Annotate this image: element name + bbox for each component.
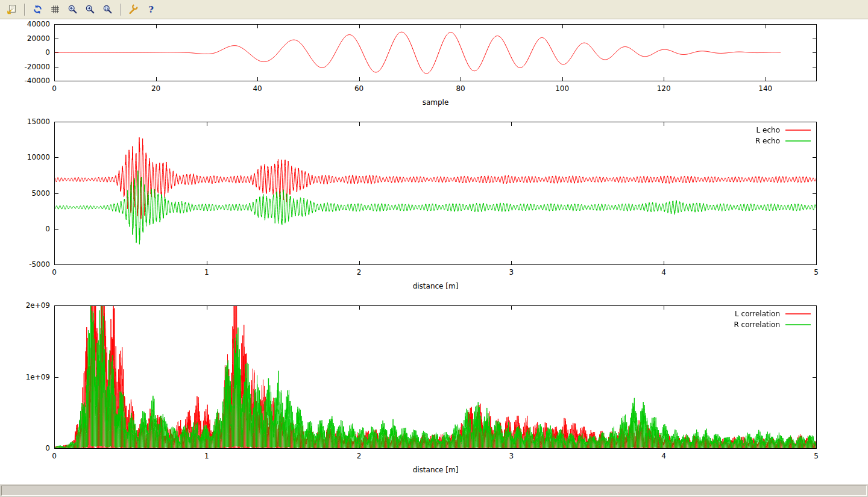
y-tick-label: -20000 [24, 63, 50, 71]
grid-icon [50, 4, 60, 14]
status-text [1, 486, 867, 496]
x-tick-label: 60 [354, 84, 363, 93]
y-tick-label: 2e+09 [26, 301, 50, 310]
x-tick-label: 4 [661, 268, 666, 277]
toggle-grid-button[interactable] [47, 2, 63, 17]
legend-entry: L correlation [734, 309, 811, 318]
x-axis-title: distance [m] [413, 466, 459, 474]
legend-label: L correlation [735, 310, 780, 318]
y-tick-label: 5000 [31, 189, 50, 198]
echo-plot-canvas[interactable] [54, 122, 817, 265]
y-tick-label: 10000 [27, 153, 50, 161]
legend-line-sample [785, 324, 811, 326]
x-tick-label: 3 [509, 452, 514, 460]
legend-line-sample [785, 140, 811, 142]
x-tick-label: 1 [204, 452, 209, 460]
x-tick-label: 5 [814, 268, 819, 277]
toolbar: ? [0, 0, 868, 19]
x-tick-label: 0 [52, 84, 57, 93]
y-tick-label: 15000 [27, 117, 50, 126]
pulse-plot-canvas[interactable] [54, 24, 817, 81]
x-axis-title: distance [m] [413, 282, 459, 290]
y-tick-label: 1e+09 [26, 373, 50, 381]
zoom-previous-icon [68, 4, 78, 14]
x-tick-label: 3 [509, 268, 514, 277]
zoom-next-icon [85, 4, 95, 14]
plot-pulse: -40000-200000200004000002040608010012014… [54, 24, 817, 81]
x-tick-label: 2 [357, 452, 362, 460]
copy-to-clipboard-button[interactable] [4, 2, 20, 17]
y-tick-label: 20000 [27, 34, 50, 43]
x-tick-label: 120 [657, 84, 671, 93]
y-tick-label: -40000 [24, 77, 50, 85]
replot-button[interactable] [30, 2, 46, 17]
legend-entry: L echo [755, 125, 811, 134]
help-button[interactable]: ? [143, 2, 159, 17]
x-tick-label: 20 [151, 84, 160, 93]
refresh-icon [33, 4, 43, 14]
legend: L correlationR correlation [734, 309, 811, 329]
status-bar [0, 484, 868, 497]
x-tick-label: 0 [52, 268, 57, 277]
toolbar-separator [120, 4, 121, 16]
y-tick-label: 40000 [27, 20, 50, 28]
configure-button[interactable] [125, 2, 142, 17]
legend-entry: R echo [755, 136, 811, 145]
y-tick-label: -5000 [29, 260, 50, 269]
legend-label: R echo [755, 137, 780, 145]
legend-line-sample [785, 313, 811, 315]
x-tick-label: 2 [357, 268, 362, 277]
zoom-next-button[interactable] [82, 2, 98, 17]
x-tick-label: 80 [456, 84, 465, 93]
legend-label: R correlation [734, 320, 780, 329]
y-tick-label: 0 [45, 48, 50, 57]
legend: L echoR echo [755, 125, 811, 145]
correlation-plot-canvas[interactable] [54, 305, 817, 449]
y-tick-label: 0 [45, 444, 50, 452]
wrench-icon [128, 4, 139, 14]
zoom-previous-button[interactable] [64, 2, 81, 17]
plot-area: -40000-200000200004000002040608010012014… [0, 19, 868, 484]
svg-text:?: ? [148, 4, 154, 14]
x-axis-title: sample [423, 98, 449, 107]
x-tick-label: 4 [661, 452, 666, 460]
plot-echo: -5000050001000015000012345distance [m]L … [54, 122, 817, 265]
help-icon: ? [146, 4, 156, 14]
plot-correlation: 01e+092e+09012345distance [m]L correlati… [54, 305, 817, 449]
legend-label: L echo [756, 126, 780, 134]
autoscale-button[interactable] [99, 2, 116, 17]
x-tick-label: 5 [814, 452, 819, 460]
autoscale-icon [102, 4, 113, 14]
x-tick-label: 140 [758, 84, 772, 93]
x-tick-label: 40 [253, 84, 262, 93]
legend-entry: R correlation [734, 320, 811, 329]
legend-line-sample [785, 129, 811, 131]
x-tick-label: 100 [555, 84, 569, 93]
gnuplot-window: ? -40000-2000002000040000020406080100120… [0, 0, 868, 497]
x-tick-label: 0 [52, 452, 57, 460]
y-tick-label: 0 [45, 225, 50, 233]
toolbar-separator [24, 4, 25, 16]
copy-icon [7, 4, 17, 14]
x-tick-label: 1 [204, 268, 209, 277]
